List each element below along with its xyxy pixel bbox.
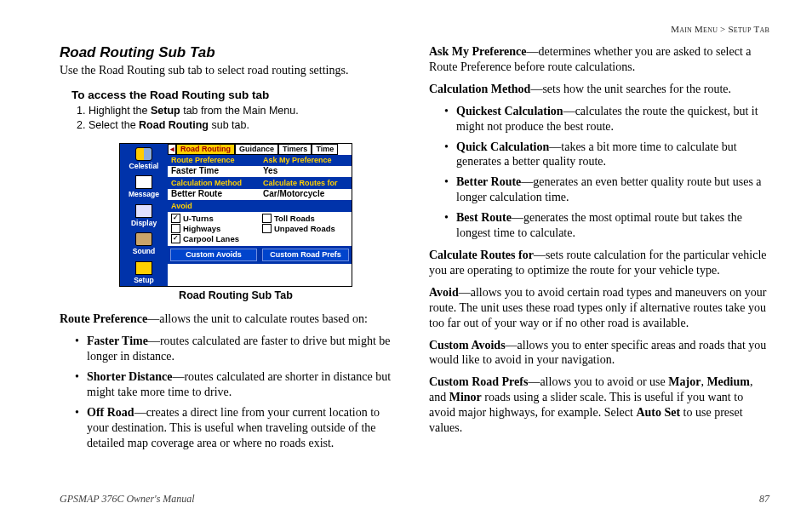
step-2: Select the Road Routing sub tab. [89,119,400,131]
crp-auto-set: Auto Set [636,406,680,419]
crp-minor: Minor [449,391,482,403]
footer-page-number: 87 [759,493,769,506]
checkbox-label: Highways [183,225,220,233]
breadcrumb-sep: > [718,24,728,34]
check-icon [262,214,272,223]
step-1-bold: Setup [151,105,180,117]
tab-timers[interactable]: Timers [278,144,312,155]
sidebar-item-sound[interactable]: Sound [120,229,168,258]
field-value-calculate-routes-for[interactable]: Car/Motorcycle [260,189,352,201]
calculation-method-term: Calculation Method [429,83,530,95]
list-item: Better Route—generates an even better qu… [456,174,769,205]
list-item: Quick Calculation—takes a bit more time … [456,140,769,170]
list-item: Best Route—generates the most optimal ro… [456,210,769,241]
page-title: Road Routing Sub Tab [60,44,400,61]
gps-tabs: ◂ Road Routing Guidance Timers Time [168,144,352,155]
access-heading: To access the Road Routing sub tab [71,89,400,101]
sidebar-item-display[interactable]: Display [120,201,168,230]
option-term: Quickest Calculation [456,105,563,117]
option-term: Better Route [456,175,521,188]
check-icon [171,224,180,233]
wrench-icon [135,261,152,275]
intro-paragraph: Use the Road Routing sub tab to select r… [60,63,400,78]
display-icon [135,204,152,218]
avoid-desc: —allows you to avoid certain road types … [429,286,766,329]
sidebar-label: Celestial [129,163,159,170]
custom-avoids-button[interactable]: Custom Avoids [170,249,257,261]
route-preference-desc: —allows the unit to calculate routes bas… [147,312,368,325]
gps-sidebar: Celestial Message Display [120,144,168,287]
checkbox-label: Unpaved Roads [274,225,335,233]
checkbox-uturns[interactable]: ✓ U-Turns [171,214,257,223]
sidebar-item-message[interactable]: Message [120,172,168,201]
avoid-term: Avoid [429,286,459,299]
checkbox-label: Toll Roads [274,214,315,223]
custom-road-prefs-term: Custom Road Prefs [429,375,528,388]
calculation-method-options: Quickest Calculation—calculates the rout… [429,104,769,241]
checkbox-label: U-Turns [183,214,214,223]
page-footer: GPSMAP 376C Owner's Manual 87 [60,493,769,506]
breadcrumb: Main Menu > Setup Tab [671,24,769,34]
option-term: Off Road [87,406,134,419]
checkbox-toll-roads[interactable]: Toll Roads [262,214,348,223]
list-item: Shorter Distance—routes calculated are s… [87,369,400,400]
check-icon [262,224,272,233]
tab-guidance[interactable]: Guidance [235,144,278,155]
figure-road-routing-sub-tab: Celestial Message Display [71,143,400,302]
list-item: Quickest Calculation—calculates the rout… [456,104,769,134]
field-label-calculation-method: Calculation Method [168,178,260,189]
step-2-text-a: Select the [89,119,139,131]
field-value-route-preference[interactable]: Faster Time [168,166,260,178]
check-icon: ✓ [171,234,180,243]
speaker-icon [135,232,152,246]
option-term: Best Route [456,211,512,224]
envelope-icon [135,175,152,189]
gps-main-panel: ◂ Road Routing Guidance Timers Time Rout… [168,144,352,287]
field-label-avoid: Avoid [168,201,352,212]
sidebar-item-celestial[interactable]: Celestial [120,144,168,173]
avoid-options: ✓ U-Turns Toll Roads H [168,212,352,246]
check-icon: ✓ [171,214,180,223]
breadcrumb-right: Setup Tab [729,24,769,34]
step-1-text-a: Highlight the [89,105,151,117]
step-2-text-c: sub tab. [209,119,249,131]
field-label-ask-my-preference: Ask My Preference [260,155,352,166]
calculate-routes-for-term: Calculate Routes for [429,249,534,261]
field-label-route-preference: Route Preference [168,155,260,166]
crp-medium: Medium [706,375,750,388]
field-value-ask-my-preference[interactable]: Yes [260,166,352,178]
option-term: Quick Calculation [456,140,549,153]
footer-manual-title: GPSMAP 376C Owner's Manual [60,493,195,506]
step-1-text-c: tab from the Main Menu. [180,105,299,117]
sun-moon-icon [135,147,152,161]
access-steps: Highlight the Setup tab from the Main Me… [89,105,400,131]
checkbox-label: Carpool Lanes [183,235,239,243]
ask-my-preference-term: Ask My Preference [429,45,527,58]
route-preference-options: Faster Time—routes calculated are faster… [60,334,400,450]
crp-major: Major [668,375,700,388]
checkbox-unpaved-roads[interactable]: Unpaved Roads [262,224,348,233]
sidebar-label: Sound [133,248,155,255]
sidebar-label: Message [129,191,159,198]
step-2-bold: Road Routing [139,119,209,131]
checkbox-carpool-lanes[interactable]: ✓ Carpool Lanes [171,234,257,243]
list-item: Off Road—creates a direct line from your… [87,405,400,451]
tab-road-routing[interactable]: Road Routing [176,144,235,155]
custom-road-prefs-button[interactable]: Custom Road Prefs [262,249,349,261]
step-1: Highlight the Setup tab from the Main Me… [89,105,400,117]
checkbox-highways[interactable]: Highways [171,224,257,233]
list-item: Faster Time—routes calculated are faster… [87,334,400,364]
breadcrumb-left: Main Menu [671,24,718,34]
sidebar-item-setup[interactable]: Setup [120,258,168,287]
tab-scroll-left[interactable]: ◂ [168,144,176,155]
crp-text-1: —allows you to avoid or use [528,375,668,388]
sidebar-label: Display [131,220,157,227]
gps-screenshot: Celestial Message Display [119,143,352,288]
figure-caption: Road Routing Sub Tab [179,289,293,301]
route-preference-term: Route Preference [60,312,147,325]
field-label-calculate-routes-for: Calculate Routes for [260,178,352,189]
option-term: Faster Time [87,334,148,347]
tab-time[interactable]: Time [312,144,338,155]
field-value-calculation-method[interactable]: Better Route [168,189,260,201]
sidebar-label: Setup [134,277,154,284]
